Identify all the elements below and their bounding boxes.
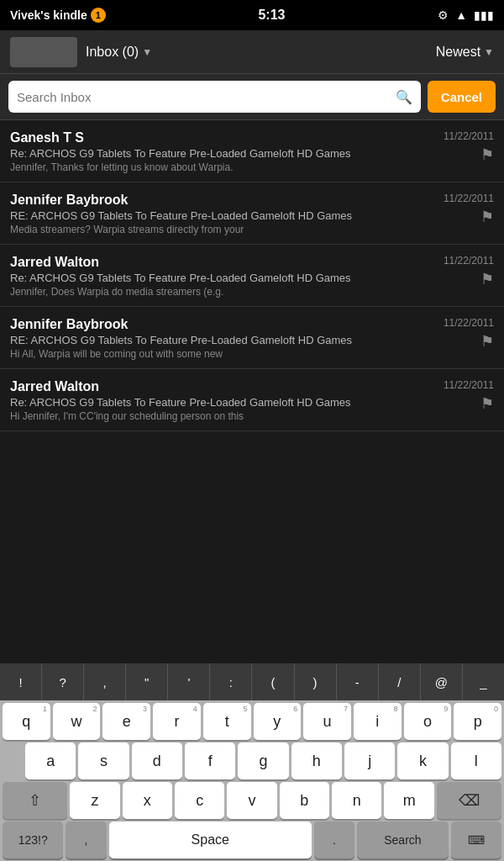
email-subject: RE: ARCHOS G9 Tablets To Feature Pre-Loa… <box>10 334 420 346</box>
key-b[interactable]: b <box>280 782 329 819</box>
flag-icon[interactable]: ⚑ <box>480 332 494 351</box>
special-key[interactable]: / <box>379 663 421 700</box>
bottom-row: 123!?,Space.Search⌨ <box>0 819 504 861</box>
notification-badge: 1 <box>91 8 106 23</box>
search-box[interactable]: 🔍 <box>8 81 421 113</box>
key-e[interactable]: 3e <box>102 703 150 740</box>
email-content: Jarred Walton Re: ARCHOS G9 Tablets To F… <box>10 255 420 298</box>
inbox-label: Inbox (0) <box>86 45 139 60</box>
newest-dropdown-arrow: ▼ <box>484 46 494 58</box>
key-l[interactable]: l <box>451 742 501 779</box>
key-z[interactable]: z <box>70 782 119 819</box>
cancel-button[interactable]: Cancel <box>428 81 496 113</box>
sym-key[interactable]: 123!? <box>3 821 63 858</box>
email-list: Ganesh T S Re: ARCHOS G9 Tablets To Feat… <box>0 120 504 431</box>
flag-icon[interactable]: ⚑ <box>480 145 494 164</box>
status-bar: Vivek's kindle 1 5:13 ⚙ ▲ ▮▮▮ <box>0 0 504 30</box>
key-r[interactable]: 4r <box>153 703 201 740</box>
key-w[interactable]: 2w <box>53 703 101 740</box>
email-subject: Re: ARCHOS G9 Tablets To Feature Pre-Loa… <box>10 272 420 284</box>
special-key[interactable]: ( <box>252 663 294 700</box>
special-key[interactable]: - <box>337 663 379 700</box>
search-key[interactable]: Search <box>357 821 449 858</box>
flag-icon[interactable]: ⚑ <box>480 270 494 288</box>
special-key[interactable]: " <box>126 663 168 700</box>
email-meta: 11/22/2011 ⚑ <box>427 193 494 226</box>
email-preview: Hi Jennifer, I'm CC'ing our scheduling p… <box>10 410 420 422</box>
avatar <box>10 37 77 67</box>
key-j[interactable]: j <box>344 742 395 779</box>
email-preview: Hi All, Warpia will be coming out with s… <box>10 348 420 360</box>
email-item[interactable]: Jennifer Baybrook RE: ARCHOS G9 Tablets … <box>0 182 504 245</box>
key-n[interactable]: n <box>332 782 381 819</box>
email-preview: Jennifer, Does Warpia do media streamers… <box>10 286 420 298</box>
wifi-icon: ▲ <box>455 8 467 22</box>
keyboard: !?,"':()-/@_ 1q2w3e4r5t6y7u8i9o0p asdfgh… <box>0 663 504 861</box>
email-item[interactable]: Jennifer Baybrook RE: ARCHOS G9 Tablets … <box>0 307 504 369</box>
special-key[interactable]: ) <box>295 663 337 700</box>
email-content: Ganesh T S Re: ARCHOS G9 Tablets To Feat… <box>10 130 420 173</box>
email-meta: 11/22/2011 ⚑ <box>427 130 494 164</box>
search-icon: 🔍 <box>396 89 412 105</box>
special-key[interactable]: _ <box>463 663 504 700</box>
key-y[interactable]: 6y <box>254 703 302 740</box>
email-date: 11/22/2011 <box>444 379 494 391</box>
email-preview: Media streamers? Warpia streams directly… <box>10 224 420 235</box>
key-o[interactable]: 9o <box>404 703 452 740</box>
key-row-1: 1q2w3e4r5t6y7u8i9o0p <box>0 700 504 740</box>
email-preview: Jennifer, Thanks for letting us know abo… <box>10 161 420 173</box>
key-i[interactable]: 8i <box>354 703 402 740</box>
key-h[interactable]: h <box>291 742 342 779</box>
special-key[interactable]: ? <box>42 663 84 700</box>
inbox-selector[interactable]: Inbox (0) ▼ <box>86 45 152 60</box>
status-left: Vivek's kindle 1 <box>10 8 106 23</box>
key-k[interactable]: k <box>397 742 448 779</box>
email-item[interactable]: Jarred Walton Re: ARCHOS G9 Tablets To F… <box>0 369 504 431</box>
key-u[interactable]: 7u <box>303 703 351 740</box>
email-date: 11/22/2011 <box>444 130 494 142</box>
email-sender: Jarred Walton <box>10 255 420 270</box>
special-key[interactable]: : <box>210 663 252 700</box>
key-s[interactable]: s <box>78 742 129 779</box>
flag-icon[interactable]: ⚑ <box>480 208 494 226</box>
newest-selector[interactable]: Newest ▼ <box>436 45 494 60</box>
email-date: 11/22/2011 <box>444 193 494 204</box>
key-p[interactable]: 0p <box>454 703 501 740</box>
key-a[interactable]: a <box>25 742 76 779</box>
app-name: Vivek's kindle <box>10 8 87 22</box>
comma-key[interactable]: , <box>66 821 106 858</box>
email-item[interactable]: Jarred Walton Re: ARCHOS G9 Tablets To F… <box>0 245 504 307</box>
backspace-key[interactable]: ⌫ <box>437 782 501 819</box>
email-content: Jennifer Baybrook RE: ARCHOS G9 Tablets … <box>10 317 420 360</box>
shift-key[interactable]: ⇧ <box>3 782 67 819</box>
email-subject: Re: ARCHOS G9 Tablets To Feature Pre-Loa… <box>10 147 420 160</box>
search-input[interactable] <box>17 90 389 104</box>
key-v[interactable]: v <box>227 782 276 819</box>
email-item[interactable]: Ganesh T S Re: ARCHOS G9 Tablets To Feat… <box>0 120 504 182</box>
status-time: 5:13 <box>258 8 285 23</box>
keyboard-toggle-key[interactable]: ⌨ <box>451 821 501 858</box>
space-key[interactable]: Space <box>109 821 312 858</box>
special-key[interactable]: ! <box>0 663 42 700</box>
special-key[interactable]: @ <box>421 663 463 700</box>
special-key[interactable]: ' <box>168 663 210 700</box>
key-m[interactable]: m <box>384 782 433 819</box>
flag-icon[interactable]: ⚑ <box>480 394 494 413</box>
key-c[interactable]: c <box>175 782 224 819</box>
search-row: 🔍 Cancel <box>0 74 504 120</box>
special-key[interactable]: , <box>84 663 126 700</box>
key-x[interactable]: x <box>123 782 172 819</box>
key-f[interactable]: f <box>185 742 235 779</box>
key-t[interactable]: 5t <box>203 703 251 740</box>
key-row-3: ⇧zxcvbnm⌫ <box>0 779 504 819</box>
email-sender: Jennifer Baybrook <box>10 317 420 332</box>
key-d[interactable]: d <box>132 742 182 779</box>
inbox-dropdown-arrow: ▼ <box>142 46 152 58</box>
key-row-2: asdfghjkl <box>0 740 504 779</box>
key-q[interactable]: 1q <box>3 703 50 740</box>
email-date: 11/22/2011 <box>444 317 494 329</box>
email-content: Jarred Walton Re: ARCHOS G9 Tablets To F… <box>10 379 420 422</box>
period-key[interactable]: . <box>314 821 354 858</box>
email-content: Jennifer Baybrook RE: ARCHOS G9 Tablets … <box>10 193 420 235</box>
key-g[interactable]: g <box>238 742 288 779</box>
